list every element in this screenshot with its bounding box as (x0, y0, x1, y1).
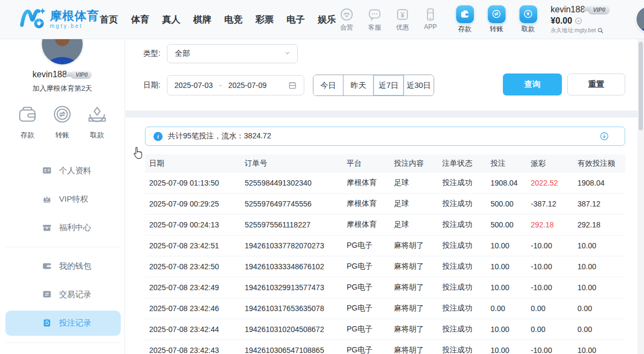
avatar[interactable] (635, 5, 644, 33)
nav-quick-links: 合营 客服 优惠 APP APP (336, 7, 441, 32)
column-header: 投注 (486, 159, 526, 168)
sidebar-item-profile[interactable]: 个人资料 (5, 158, 121, 183)
cell-valid-amount: 0.00 (573, 304, 625, 313)
withdraw-button[interactable]: 取款 (87, 104, 107, 140)
permanent-domain: 永久地址:mgty.bet (551, 27, 596, 34)
sidebar-item-redeem-records[interactable]: 兑奖记录 (5, 349, 121, 354)
cell-date: 2025-07-09 01:13:50 (145, 179, 240, 187)
chevron-down-icon (284, 49, 291, 58)
cell-order-number: 1942610310204508672 (240, 325, 342, 334)
date-range-option[interactable]: 近30日 (404, 75, 434, 95)
nav-menu-item[interactable]: 真人 (162, 13, 180, 26)
column-header: 派彩 (526, 159, 573, 168)
nav-menu-item[interactable]: 娱乐 (318, 13, 336, 26)
deposit-button[interactable]: 存款 (453, 5, 477, 34)
cell-platform: PG电子 (342, 283, 390, 292)
transfer-button[interactable]: 转账 (485, 5, 508, 34)
cell-valid-amount: 10.00 (573, 241, 625, 250)
sidebar-wallet-actions: 存款 转账 取款 (0, 104, 125, 140)
type-filter-row: 类型: 全部 (143, 44, 298, 63)
expand-circle-icon[interactable] (599, 131, 609, 141)
deposit-icon (456, 5, 474, 23)
nav-menu-item[interactable]: 彩票 (255, 13, 274, 26)
cell-order-number: 5255976497745556 (240, 200, 342, 208)
cell-payout: -10.00 (526, 346, 573, 354)
promo-yuan-icon (396, 7, 409, 21)
cell-valid-amount: 387.12 (573, 200, 625, 208)
sidebar-item-vip[interactable]: VIP特权 (5, 187, 121, 212)
search-button[interactable]: 查询 (503, 73, 562, 95)
date-range-option[interactable]: 昨天 (343, 75, 373, 95)
bet-records-page: 类型: 全部 日期: 2025-07-03 - 2025-07-09 今日 昨天… (126, 39, 638, 354)
transfer-button[interactable]: 转账 (52, 104, 72, 140)
deposit-button[interactable]: 存款 (17, 104, 38, 140)
sidebar-item-wallet[interactable]: 我的钱包 (5, 254, 121, 279)
sidebar-item-welfare[interactable]: 福利中心 (5, 215, 121, 240)
column-header: 订单号 (240, 159, 342, 168)
deposit-icon (17, 104, 38, 127)
cell-order-number: 1942610333348676102 (240, 262, 342, 271)
magnifier-icon[interactable] (597, 27, 604, 34)
brand-logo[interactable]: 摩根体育 mgty.bet (0, 5, 100, 34)
table-row: 2025-07-08 23:42:44 1942610310204508672 … (145, 319, 625, 340)
cell-bet-amount: 500.00 (486, 200, 526, 208)
sidebar-item-transactions[interactable]: 交易记录 (5, 282, 121, 307)
nav-menu-item[interactable]: 体育 (131, 13, 149, 26)
date-filter-row: 日期: 2025-07-03 - 2025-07-09 今日 昨天 近7日 近3… (143, 75, 434, 96)
date-range-option[interactable]: 近7日 (373, 75, 403, 95)
nav-menu-item[interactable]: 首页 (100, 13, 118, 26)
cell-bet-amount: 10.00 (486, 346, 526, 354)
withdraw-button[interactable]: 取款 (516, 5, 540, 34)
column-header: 注单状态 (438, 159, 486, 168)
date-range-option[interactable]: 今日 (313, 75, 343, 95)
vip-crown-icon (42, 194, 52, 205)
column-header: 平台 (342, 159, 390, 168)
balance-refresh-icon[interactable] (575, 17, 582, 25)
type-select[interactable]: 全部 (167, 44, 298, 63)
wallet-icon (42, 261, 52, 272)
cell-platform: PG电子 (342, 345, 390, 354)
cell-payout: 2022.52 (526, 179, 573, 187)
cell-payout: 0.00 (526, 304, 573, 313)
cell-order-number: 1942610329913577473 (240, 283, 342, 292)
info-icon: i (153, 132, 163, 141)
cell-valid-amount: 10.00 (573, 346, 625, 354)
sidebar-item-bet-records[interactable]: 投注记录 (5, 311, 121, 336)
main-nav: 首页体育真人棋牌电竞彩票电子娱乐 (100, 13, 336, 26)
cell-status: 投注成功 (438, 199, 486, 209)
cell-status: 投注成功 (438, 241, 486, 250)
customer-service-link[interactable]: 客服 (364, 7, 385, 32)
scrollbar-thumb[interactable] (639, 42, 643, 130)
affiliate-link[interactable]: 合营 (336, 7, 357, 32)
withdraw-icon (519, 5, 537, 23)
user-info[interactable]: kevin188 VIP0 ¥0.00 永久地址:mgty.bet (551, 4, 630, 34)
cell-payout: -10.00 (526, 283, 573, 292)
table-row: 2025-07-08 23:42:49 1942610329913577473 … (145, 277, 625, 298)
cell-valid-amount: 10.00 (573, 262, 625, 271)
date-to-value: 2025-07-09 (228, 81, 267, 90)
date-from-value: 2025-07-03 (174, 81, 213, 90)
handshake-icon (340, 7, 354, 21)
app-download-link[interactable]: APP APP (420, 7, 441, 32)
bet-records-table: 日期订单号平台投注内容注单状态投注派彩有效投注额 2025-07-09 01:1… (145, 154, 625, 354)
cell-payout: 0.00 (526, 325, 573, 334)
date-range-input[interactable]: 2025-07-03 - 2025-07-09 (167, 75, 304, 95)
section-gap (126, 110, 638, 117)
nav-menu-item[interactable]: 电竞 (224, 13, 243, 26)
promotions-link[interactable]: 优惠 (392, 7, 413, 32)
nav-menu-item[interactable]: 棋牌 (193, 13, 211, 26)
cell-status: 投注成功 (438, 220, 486, 230)
cell-valid-amount: 292.18 (573, 220, 625, 229)
transfer-icon (488, 5, 506, 23)
cell-date: 2025-07-08 23:42:46 (145, 304, 240, 313)
brand-title: 摩根体育 (50, 10, 99, 22)
reset-button[interactable]: 重置 (567, 73, 625, 95)
cell-bet-content: 麻将胡了 (390, 283, 438, 292)
nav-menu-item[interactable]: 电子 (287, 13, 305, 26)
cell-platform: PG电子 (342, 324, 390, 334)
transaction-record-icon (42, 289, 52, 301)
summary-text: 共计95笔投注，流水：3824.72 (168, 131, 271, 141)
cell-bet-content: 麻将胡了 (390, 324, 438, 334)
table-row: 2025-07-08 23:42:50 1942610333348676102 … (145, 256, 625, 277)
table-row: 2025-07-09 00:29:25 5255976497745556 摩根体… (145, 194, 625, 215)
